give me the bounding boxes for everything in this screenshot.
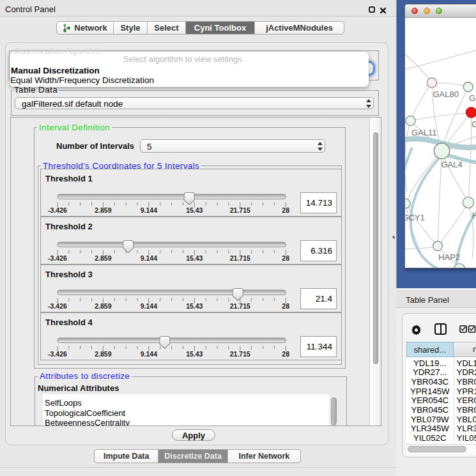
svg-text:2.859: 2.859: [95, 254, 111, 262]
svg-text:H: H: [472, 211, 476, 220]
svg-text:9.144: 9.144: [141, 302, 157, 310]
svg-text:GA: GA: [469, 93, 476, 103]
svg-text:GAL4: GAL4: [441, 160, 463, 169]
svg-text:28: 28: [282, 350, 289, 358]
svg-text:28: 28: [282, 254, 289, 262]
svg-text:15.43: 15.43: [186, 302, 203, 310]
svg-text:9.144: 9.144: [141, 254, 157, 262]
svg-text:15.43: 15.43: [186, 254, 203, 262]
svg-text:21.715: 21.715: [230, 302, 250, 310]
svg-text:GAL80: GAL80: [433, 89, 459, 99]
svg-text:2.859: 2.859: [95, 350, 111, 358]
svg-text:GAL11: GAL11: [411, 128, 437, 137]
svg-text:9.144: 9.144: [141, 350, 157, 358]
svg-text:-3.426: -3.426: [48, 206, 67, 214]
svg-text:2.859: 2.859: [95, 206, 111, 214]
svg-text:21.715: 21.715: [230, 206, 250, 214]
svg-text:GCY1: GCY1: [405, 213, 425, 222]
svg-text:15.43: 15.43: [186, 350, 203, 358]
svg-text:28: 28: [282, 302, 289, 310]
svg-text:-3.426: -3.426: [48, 350, 67, 358]
svg-text:-3.426: -3.426: [48, 302, 67, 310]
svg-text:15.43: 15.43: [186, 206, 203, 214]
svg-text:G: G: [472, 119, 476, 129]
svg-text:HAP2: HAP2: [438, 252, 460, 262]
svg-text:2.859: 2.859: [95, 302, 111, 310]
svg-text:-3.426: -3.426: [48, 254, 67, 262]
svg-text:21.715: 21.715: [230, 350, 250, 358]
svg-text:9.144: 9.144: [141, 206, 157, 214]
svg-text:28: 28: [282, 206, 289, 214]
svg-text:21.715: 21.715: [230, 254, 250, 262]
